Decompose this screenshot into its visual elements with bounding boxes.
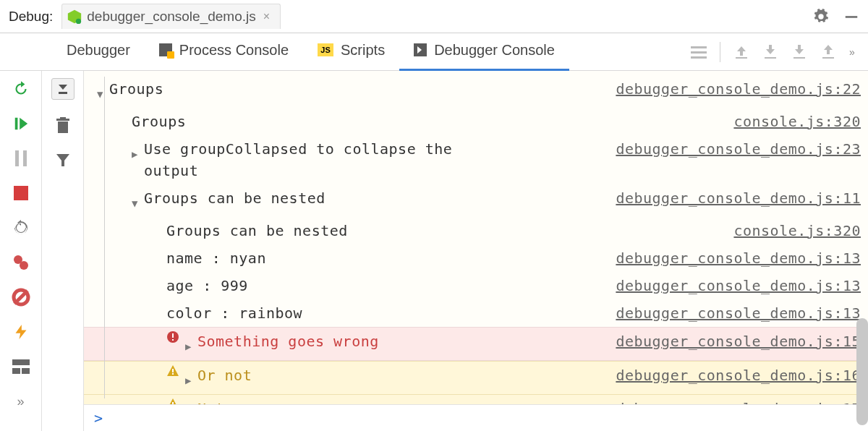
svg-rect-35	[172, 373, 174, 375]
tab-label: Process Console	[179, 42, 289, 59]
svg-marker-29	[56, 154, 69, 166]
console-row[interactable]: ▶Or notdebugger_console_demo.js:16	[84, 362, 868, 394]
download-icon[interactable]	[791, 44, 807, 60]
console-row[interactable]: ▶Something goes wrongdebugger_console_de…	[84, 328, 868, 360]
chevron-down-icon[interactable]: ▼	[97, 78, 103, 105]
console-text: Groups can be nested	[166, 220, 348, 242]
source-link[interactable]: debugger_console_demo.js:17	[616, 398, 861, 404]
mute-breakpoints-icon[interactable]	[10, 288, 32, 307]
svg-rect-9	[822, 57, 834, 59]
svg-rect-4	[691, 51, 707, 54]
chevron-right-icon[interactable]: ▶	[132, 138, 138, 165]
svg-marker-12	[20, 118, 27, 130]
svg-rect-25	[59, 92, 67, 94]
svg-rect-26	[58, 121, 68, 133]
tab-scripts[interactable]: JS Scripts	[303, 33, 399, 71]
console-row[interactable]: ▶Not suredebugger_console_demo.js:17	[84, 395, 868, 404]
download-icon[interactable]	[762, 44, 778, 60]
svg-rect-37	[172, 402, 174, 404]
scrollbar-thumb[interactable]	[856, 318, 868, 425]
scroll-to-end-icon[interactable]	[51, 78, 75, 100]
more-actions-icon[interactable]: »	[10, 392, 32, 411]
svg-rect-2	[846, 16, 858, 18]
upload-icon[interactable]	[820, 44, 836, 60]
menu-icon[interactable]	[691, 45, 707, 59]
svg-marker-20	[15, 325, 26, 339]
trash-icon[interactable]	[56, 117, 70, 135]
console-text: Groups can be nested	[144, 187, 326, 209]
source-link[interactable]: debugger_console_demo.js:23	[616, 138, 861, 160]
debugger-console-icon	[414, 43, 427, 56]
console-text: Not sure	[197, 398, 270, 404]
resume-icon[interactable]	[10, 114, 32, 133]
svg-marker-24	[59, 85, 67, 90]
source-link[interactable]: console.js:320	[733, 220, 861, 242]
svg-rect-15	[14, 186, 28, 200]
process-console-icon	[159, 43, 172, 56]
nodejs-icon	[67, 9, 82, 25]
svg-text:»: »	[849, 46, 855, 58]
console-row[interactable]: ▼Groupsdebugger_console_demo.js:22	[84, 75, 868, 108]
source-link[interactable]: debugger_console_demo.js:15	[616, 330, 861, 352]
svg-rect-13	[15, 150, 19, 166]
reload-icon[interactable]	[10, 218, 32, 237]
console-text: color : rainbow	[166, 302, 302, 324]
breakpoints-icon[interactable]	[10, 253, 32, 272]
tab-debugger[interactable]: Debugger	[52, 33, 145, 71]
rerun-icon[interactable]	[10, 80, 32, 98]
source-link[interactable]: debugger_console_demo.js:13	[616, 275, 861, 296]
svg-rect-23	[22, 368, 30, 374]
tab-label: Scripts	[341, 42, 385, 59]
source-link[interactable]: console.js:320	[733, 111, 861, 132]
tab-label: Debugger	[67, 42, 130, 59]
svg-rect-27	[56, 119, 69, 121]
console-row[interactable]: ▼Groups can be nesteddebugger_console_de…	[84, 184, 868, 217]
console-row[interactable]: name : nyandebugger_console_demo.js:13	[84, 244, 868, 272]
export-icon[interactable]	[733, 44, 749, 60]
tab-label: Debugger Console	[434, 42, 555, 59]
lightning-icon[interactable]	[10, 323, 32, 341]
tab-process-console[interactable]: Process Console	[145, 33, 303, 71]
tab-debugger-console[interactable]: Debugger Console	[399, 33, 569, 71]
svg-point-1	[76, 19, 81, 24]
chevron-right-icon[interactable]: ▶	[185, 330, 192, 357]
console-text: Something goes wrong	[197, 330, 379, 352]
more-icon[interactable]: »	[849, 44, 861, 60]
warning-icon	[166, 398, 179, 404]
console-row[interactable]: age : 999debugger_console_demo.js:13	[84, 272, 868, 299]
console-text: Use groupCollapsed to collapse the outpu…	[144, 138, 491, 182]
console-row[interactable]: Groupsconsole.js:320	[84, 108, 868, 135]
pause-icon[interactable]	[10, 149, 32, 168]
svg-rect-32	[172, 339, 174, 341]
chevron-down-icon[interactable]: ▼	[132, 187, 138, 214]
console-prompt[interactable]: >	[84, 404, 868, 431]
source-link[interactable]: debugger_console_demo.js:13	[616, 302, 861, 324]
layout-icon[interactable]	[10, 357, 32, 376]
console-row[interactable]: Groups can be nestedconsole.js:320	[84, 217, 868, 244]
minimize-icon[interactable]	[843, 9, 859, 25]
svg-rect-28	[60, 117, 66, 119]
console-text: Groups	[109, 78, 163, 100]
console-row[interactable]: ▶Use groupCollapsed to collapse the outp…	[84, 135, 868, 184]
source-link[interactable]: debugger_console_demo.js:11	[616, 187, 861, 209]
error-icon	[166, 330, 179, 343]
source-link[interactable]: debugger_console_demo.js:22	[616, 78, 861, 100]
svg-point-17	[20, 261, 28, 270]
chevron-right-icon[interactable]: ▶	[185, 398, 192, 404]
svg-rect-34	[172, 369, 174, 372]
svg-rect-6	[736, 57, 747, 59]
svg-rect-3	[691, 46, 707, 48]
svg-rect-5	[691, 56, 707, 59]
svg-rect-14	[23, 150, 27, 166]
console-row[interactable]: color : rainbowdebugger_console_demo.js:…	[84, 299, 868, 327]
source-link[interactable]: debugger_console_demo.js:13	[616, 247, 861, 269]
stop-icon[interactable]	[10, 184, 32, 202]
filter-icon[interactable]	[55, 152, 71, 168]
file-tab[interactable]: debugger_console_demo.js ×	[61, 4, 281, 29]
console-output[interactable]: ▼Groupsdebugger_console_demo.js:22Groups…	[84, 71, 868, 404]
tree-guide	[104, 77, 105, 398]
gear-icon[interactable]	[813, 9, 829, 25]
close-icon[interactable]: ×	[260, 10, 273, 23]
chevron-right-icon[interactable]: ▶	[185, 364, 192, 391]
source-link[interactable]: debugger_console_demo.js:16	[616, 364, 861, 386]
